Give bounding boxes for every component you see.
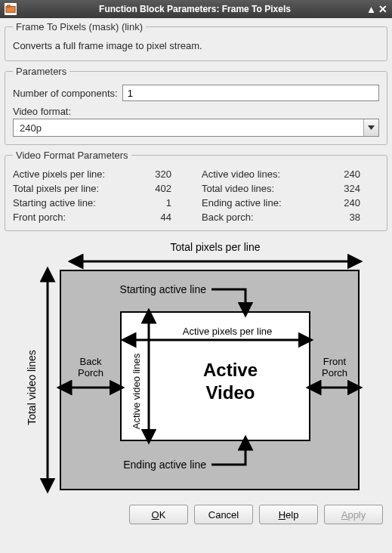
ok-button[interactable]: OK [129, 505, 188, 524]
diag-ending-active-label: Ending active line [123, 459, 206, 471]
mask-description: Converts a full frame image to pixel str… [13, 40, 379, 51]
starting-active-value: 1 [126, 197, 171, 209]
diagram: Total pixels per line Total video lines … [5, 236, 387, 502]
rollup-icon[interactable]: ▴ [369, 3, 374, 15]
parameters-group: Parameters Number of components: Video f… [5, 66, 387, 145]
active-lines-label: Active video lines: [202, 168, 315, 180]
help-button[interactable]: Help [259, 505, 318, 524]
apply-button[interactable]: Apply [324, 505, 383, 524]
total-pixels-label: Total pixels per line: [13, 183, 126, 194]
starting-active-label: Starting active line: [13, 197, 126, 209]
active-lines-value: 240 [315, 168, 360, 180]
diagram-svg: Total pixels per line Total video lines … [19, 240, 374, 497]
diag-back-porch-label: BackPorch [78, 356, 103, 378]
diag-total-pixels-label: Total pixels per line [170, 241, 260, 253]
total-lines-label: Total video lines: [202, 183, 315, 194]
ending-active-label: Ending active line: [202, 197, 315, 209]
back-porch-value: 38 [315, 212, 360, 223]
total-pixels-value: 402 [126, 183, 171, 194]
titlebar: Function Block Parameters: Frame To Pixe… [0, 0, 392, 18]
active-pixels-label: Active pixels per line: [13, 168, 126, 180]
vfp-legend: Video Format Parameters [13, 150, 131, 161]
diag-starting-active-label: Starting active line [119, 283, 206, 295]
front-porch-value: 44 [126, 212, 171, 223]
svg-rect-1 [8, 5, 11, 8]
diag-active-lines-label: Active video lines [131, 353, 142, 429]
mask-group: Frame To Pixels (mask) (link) Converts a… [5, 21, 387, 61]
num-components-input[interactable] [122, 85, 379, 101]
diag-active-video-l2: Video [205, 382, 255, 403]
num-components-label: Number of components: [13, 88, 118, 99]
mask-legend: Frame To Pixels (mask) (link) [13, 21, 146, 32]
close-icon[interactable]: ✕ [378, 3, 387, 15]
active-pixels-value: 320 [126, 168, 171, 180]
video-format-label: Video format: [13, 106, 379, 117]
parameters-legend: Parameters [13, 66, 69, 77]
window-title: Function Block Parameters: Frame To Pixe… [21, 4, 369, 14]
front-porch-label: Front porch: [13, 212, 126, 223]
back-porch-label: Back porch: [202, 212, 315, 223]
diag-front-porch-label: FrontPorch [322, 356, 347, 378]
app-icon [5, 3, 17, 15]
ending-active-value: 240 [315, 197, 360, 209]
video-format-select[interactable]: 240p [13, 119, 379, 137]
diag-total-lines-label: Total video lines [26, 350, 38, 425]
button-bar: OK Cancel Help Apply [0, 502, 392, 530]
diag-active-pixels-label: Active pixels per line [182, 326, 272, 337]
diag-active-video-l1: Active [202, 360, 257, 380]
total-lines-value: 324 [315, 183, 360, 194]
video-format-parameters-group: Video Format Parameters Active pixels pe… [5, 150, 387, 231]
video-format-value: 240p [14, 122, 363, 134]
cancel-button[interactable]: Cancel [194, 505, 253, 524]
chevron-down-icon[interactable] [363, 119, 378, 136]
